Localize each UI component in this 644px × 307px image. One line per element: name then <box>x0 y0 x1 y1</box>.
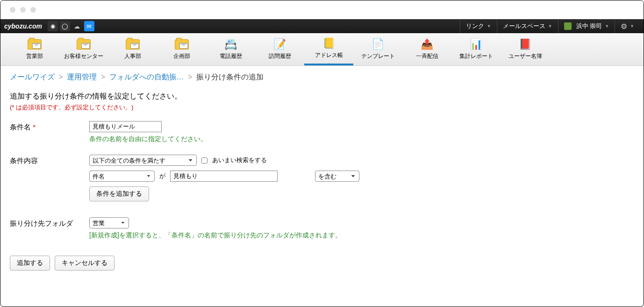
topmenu-user-label: 浜中 崇司 <box>576 22 602 30</box>
input-condition-value[interactable] <box>170 171 278 182</box>
button-cancel[interactable]: キャンセルする <box>55 256 114 271</box>
topmenu-user[interactable]: 浜中 崇司 ▼ <box>558 19 615 33</box>
label-fuzzy: あいまい検索をする <box>212 156 267 164</box>
navbar: 営業部 お客様センター 人事部 企画部 📇 電話履歴 📝 訪問履歴 📒 アドレス… <box>0 33 644 66</box>
select-operator[interactable]: を含む <box>315 171 359 182</box>
topmenu-link[interactable]: リンク ▼ <box>460 19 497 33</box>
button-add-condition[interactable]: 条件を追加する <box>89 186 149 201</box>
topbar: cybozu.com ◉ ◯ ☁ ✉ リンク ▼ メールスペース ▼ 浜中 崇司… <box>0 19 644 33</box>
nav-label: 訪問履歴 <box>269 52 291 60</box>
required-asterisk: * <box>33 123 36 131</box>
nav-label: 企画部 <box>173 52 190 60</box>
nav-label: アドレス帳 <box>315 51 343 59</box>
select-field[interactable]: 件名 <box>89 171 155 182</box>
nav-label: テンプレート <box>361 52 395 60</box>
topmenu-settings[interactable]: ⚙ ▼ <box>615 19 640 33</box>
nav-label: ユーザー名簿 <box>508 52 542 60</box>
nav-users[interactable]: 📕 ユーザー名簿 <box>501 33 550 65</box>
row-condition-content: 条件内容 以下の全ての条件を満たす あいまい検索をする 件名 が <box>10 155 634 206</box>
topmenu-link-label: リンク <box>466 22 484 30</box>
nav-sales[interactable]: 営業部 <box>10 33 59 65</box>
avatar-icon <box>564 22 572 30</box>
mac-titlebar <box>0 0 644 19</box>
addressbook-icon: 📒 <box>322 37 336 50</box>
row-condition-name: 条件名 * 条件の名前を自由に指定してください。 <box>10 121 634 143</box>
nav-label: お客様センター <box>64 52 103 60</box>
app-icon-1[interactable]: ◉ <box>48 21 58 31</box>
breadcrumb: メールワイズ > 運用管理 > フォルダへの自動振… > 振り分け条件の追加 <box>0 66 644 87</box>
form-actions: 追加する キャンセルする <box>0 256 644 271</box>
breadcrumb-admin[interactable]: 運用管理 <box>67 73 97 81</box>
nav-hr[interactable]: 人事部 <box>108 33 157 65</box>
template-icon: 📄 <box>371 38 386 50</box>
mail-icon[interactable]: ✉ <box>84 21 94 31</box>
nav-label: 一斉配信 <box>416 52 438 60</box>
nav-label: 営業部 <box>26 52 43 60</box>
traffic-light-close[interactable] <box>10 7 15 13</box>
breadcrumb-autofolder[interactable]: フォルダへの自動振… <box>109 73 184 81</box>
nav-addressbook[interactable]: 📒 アドレス帳 <box>304 33 353 65</box>
nav-template[interactable]: 📄 テンプレート <box>353 33 402 65</box>
topmenu-mailspace-label: メールスペース <box>503 22 545 30</box>
nav-customer[interactable]: お客様センター <box>59 33 108 65</box>
button-submit[interactable]: 追加する <box>10 256 50 271</box>
breadcrumb-mailwise[interactable]: メールワイズ <box>10 73 55 81</box>
select-match-mode[interactable]: 以下の全ての条件を満たす <box>89 155 197 166</box>
chevron-down-icon: ▼ <box>605 24 609 29</box>
chevron-down-icon: ▼ <box>548 24 552 29</box>
gear-icon: ⚙ <box>621 22 627 31</box>
checkbox-fuzzy[interactable] <box>201 157 208 164</box>
topmenu-mailspace[interactable]: メールスペース ▼ <box>497 19 558 33</box>
chevron-down-icon: ▼ <box>630 24 634 29</box>
hint-target-folder: [新規作成]を選択すると、「条件名」の名前で振り分け先のフォルダが作成されます。 <box>89 231 342 240</box>
visit-history-icon: 📝 <box>272 38 287 50</box>
report-icon: 📊 <box>469 38 484 50</box>
text-ga: が <box>159 172 165 180</box>
brand-logo[interactable]: cybozu.com <box>4 22 42 30</box>
nav-label: 集計レポート <box>459 52 493 60</box>
users-icon: 📕 <box>518 38 533 50</box>
row-target-folder: 振り分け先フォルダ 営業 [新規作成]を選択すると、「条件名」の名前で振り分け先… <box>10 217 634 240</box>
app-icon-2[interactable]: ◯ <box>60 21 70 31</box>
traffic-light-min[interactable] <box>20 7 26 13</box>
select-target-folder[interactable]: 営業 <box>89 217 129 228</box>
content: 追加する振り分け条件の情報を設定してください。 (* は必須項目です。必ず設定し… <box>0 87 644 256</box>
breadcrumb-sep: > <box>188 73 192 81</box>
nav-label: 人事部 <box>124 52 141 60</box>
cloud-icon[interactable]: ☁ <box>72 21 82 31</box>
app-window: cybozu.com ◉ ◯ ☁ ✉ リンク ▼ メールスペース ▼ 浜中 崇司… <box>0 0 644 307</box>
phone-history-icon: 📇 <box>223 38 238 50</box>
input-condition-name[interactable] <box>89 121 162 132</box>
required-note: (* は必須項目です。必ず設定してください。) <box>10 103 634 112</box>
broadcast-icon: 📤 <box>420 38 435 50</box>
label-condition-content: 条件内容 <box>10 155 89 165</box>
page-intro: 追加する振り分け条件の情報を設定してください。 <box>10 92 634 101</box>
hint-condition-name: 条件の名前を自由に指定してください。 <box>89 135 207 143</box>
breadcrumb-current: 振り分け条件の追加 <box>196 73 264 81</box>
nav-report[interactable]: 📊 集計レポート <box>451 33 501 65</box>
breadcrumb-sep: > <box>101 73 105 81</box>
label-target-folder: 振り分け先フォルダ <box>10 217 89 228</box>
nav-broadcast[interactable]: 📤 一斉配信 <box>402 33 451 65</box>
breadcrumb-sep: > <box>58 73 63 81</box>
nav-phone-history[interactable]: 📇 電話履歴 <box>206 33 255 65</box>
chevron-down-icon: ▼ <box>487 24 491 29</box>
nav-visit-history[interactable]: 📝 訪問履歴 <box>255 33 304 65</box>
nav-planning[interactable]: 企画部 <box>157 33 206 65</box>
label-condition-name: 条件名 * <box>10 121 89 132</box>
nav-label: 電話履歴 <box>220 52 242 60</box>
traffic-light-max[interactable] <box>30 7 36 13</box>
